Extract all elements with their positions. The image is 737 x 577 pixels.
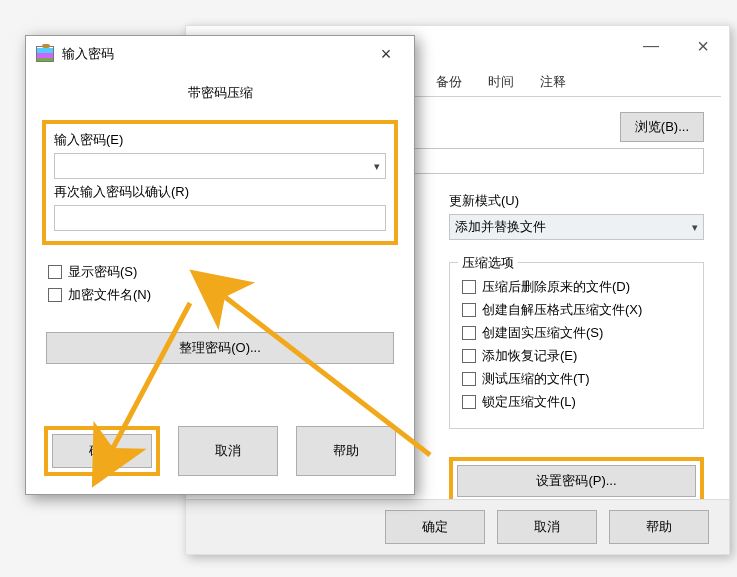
checkbox-icon	[462, 372, 476, 386]
checkbox-icon	[462, 395, 476, 409]
browse-button[interactable]: 浏览(B)...	[620, 112, 704, 142]
password-dialog: 输入密码 × 带密码压缩 输入密码(E) ▾ 再次输入密码以确认(R) 显示密码…	[25, 35, 415, 495]
opt-test[interactable]: 测试压缩的文件(T)	[462, 370, 691, 388]
confirm-password-input[interactable]	[54, 205, 386, 231]
front-close-button[interactable]: ×	[366, 39, 406, 69]
ok-highlight: 确定	[44, 426, 160, 476]
minimize-button[interactable]: —	[625, 26, 677, 66]
back-help-button[interactable]: 帮助	[609, 510, 709, 544]
winrar-icon	[36, 46, 54, 62]
checkbox-icon	[462, 303, 476, 317]
front-titlebar: 输入密码 ×	[26, 36, 414, 72]
front-ok-button[interactable]: 确定	[52, 434, 152, 468]
show-password-check[interactable]: 显示密码(S)	[48, 263, 392, 281]
organize-row: 整理密码(O)...	[46, 332, 394, 364]
opt-recovery[interactable]: 添加恢复记录(E)	[462, 347, 691, 365]
confirm-password-label: 再次输入密码以确认(R)	[54, 183, 386, 201]
password-input[interactable]: ▾	[54, 153, 386, 179]
chevron-down-icon: ▾	[692, 221, 698, 234]
back-ok-button[interactable]: 确定	[385, 510, 485, 544]
organize-passwords-button[interactable]: 整理密码(O)...	[46, 332, 394, 364]
group-title: 压缩选项	[458, 254, 518, 272]
checkbox-icon	[48, 265, 62, 279]
chevron-down-icon: ▾	[374, 160, 380, 173]
tab-backup[interactable]: 备份	[424, 67, 474, 97]
tab-time[interactable]: 时间	[476, 67, 526, 97]
opt-delete-after[interactable]: 压缩后删除原来的文件(D)	[462, 278, 691, 296]
front-button-row: 确定 取消 帮助	[26, 426, 414, 476]
password-fields-highlight: 输入密码(E) ▾ 再次输入密码以确认(R)	[42, 120, 398, 245]
front-window-title: 输入密码	[62, 45, 358, 63]
set-password-highlight: 设置密码(P)...	[449, 457, 704, 505]
close-button[interactable]: ×	[677, 26, 729, 66]
front-cancel-button[interactable]: 取消	[178, 426, 278, 476]
dialog-heading: 带密码压缩	[26, 72, 414, 120]
update-mode-label: 更新模式(U)	[449, 192, 704, 210]
checkbox-icon	[462, 326, 476, 340]
tab-comment[interactable]: 注释	[528, 67, 578, 97]
back-cancel-button[interactable]: 取消	[497, 510, 597, 544]
encrypt-names-check[interactable]: 加密文件名(N)	[48, 286, 392, 304]
opt-sfx[interactable]: 创建自解压格式压缩文件(X)	[462, 301, 691, 319]
compress-options-group: 压缩选项 压缩后删除原来的文件(D) 创建自解压格式压缩文件(X) 创建固实压缩…	[449, 262, 704, 429]
password-label: 输入密码(E)	[54, 131, 386, 149]
update-mode-select[interactable]: 添加并替换文件 ▾	[449, 214, 704, 240]
window-controls: — ×	[625, 26, 729, 66]
checkbox-icon	[462, 280, 476, 294]
checkbox-icon	[462, 349, 476, 363]
update-mode-value: 添加并替换文件	[455, 218, 546, 236]
back-button-row: 确定 取消 帮助	[186, 499, 729, 554]
front-help-button[interactable]: 帮助	[296, 426, 396, 476]
opt-solid[interactable]: 创建固实压缩文件(S)	[462, 324, 691, 342]
front-checks: 显示密码(S) 加密文件名(N)	[48, 263, 392, 304]
checkbox-icon	[48, 288, 62, 302]
opt-lock[interactable]: 锁定压缩文件(L)	[462, 393, 691, 411]
set-password-button[interactable]: 设置密码(P)...	[457, 465, 696, 497]
